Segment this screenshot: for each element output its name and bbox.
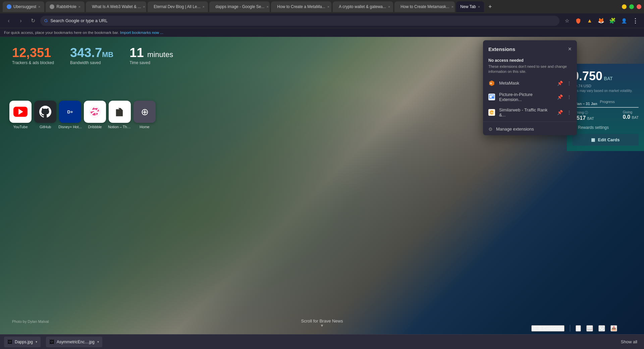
quick-icon-dribbble[interactable]: Dribbble: [84, 101, 106, 129]
edit-cards-label: Edit Cards: [598, 137, 620, 142]
home-label: Home: [140, 125, 149, 129]
bookmark-button[interactable]: ☆: [562, 16, 572, 26]
github-icon: [34, 101, 56, 123]
close-button[interactable]: [637, 4, 641, 9]
brave-shield-button[interactable]: [574, 16, 583, 26]
tab-ubersuggest[interactable]: Ubersuggest ×: [3, 1, 44, 12]
show-all-button[interactable]: Show all: [618, 338, 640, 346]
extensions-separator: [483, 121, 577, 122]
tab-label-dapps: dapps image - Google Se...: [215, 4, 264, 9]
tab-close-ubersuggest[interactable]: ×: [38, 5, 40, 9]
tab-close-metamask1[interactable]: ×: [327, 5, 329, 9]
download-item-dapps[interactable]: 🖼 Dapps.jpg ▾: [4, 337, 41, 347]
trackers-count: 12,351: [12, 46, 54, 59]
tab-rabbithole[interactable]: RabbitHole ×: [46, 1, 85, 12]
menu-button[interactable]: ⋮: [631, 16, 640, 26]
tab-dapps[interactable]: dapps image - Google Se... ×: [209, 1, 270, 12]
tab-close-newtab[interactable]: ×: [478, 5, 480, 9]
address-bar[interactable]: G Search Google or type a URL: [40, 16, 559, 26]
fox-icon-button[interactable]: 🦊: [596, 16, 606, 26]
settings-icon: ⚙: [576, 326, 580, 331]
bookmarks-button[interactable]: 📖: [586, 325, 593, 332]
tab-close-metamask2[interactable]: ×: [451, 5, 453, 9]
reload-button[interactable]: ↻: [28, 16, 38, 26]
disney-label: Disney+ Hot...: [58, 125, 82, 129]
extensions-close-button[interactable]: ×: [568, 46, 572, 53]
settings-button[interactable]: ⚙: [576, 325, 581, 332]
toolbar-divider: [570, 325, 570, 332]
rewards-giving-col: Giving 0.0 BAT: [623, 110, 639, 121]
tab-close-rabbithole[interactable]: ×: [78, 5, 80, 9]
tab-close-eternaldev[interactable]: ×: [203, 5, 205, 9]
rewards-settings-label: Rewards settings: [578, 125, 609, 130]
asymmetric-chevron-icon[interactable]: ▾: [97, 340, 99, 344]
tab-web3wallet[interactable]: What Is A Web3 Wallet & ... ×: [86, 1, 146, 12]
tab-eternaldev[interactable]: Eternal Dev Blog | All Le... ×: [148, 1, 208, 12]
tab-label-metamask2: How to Create Metamask...: [400, 4, 449, 9]
address-text: Search Google or type a URL: [50, 18, 555, 23]
metamask-extension-name: MetaMask: [499, 81, 553, 86]
profile-button[interactable]: 👤: [619, 16, 629, 26]
rewards-earning-giving-row: Earning ⓘ 0.517 BAT Giving 0.0 BAT: [572, 110, 639, 121]
youtube-icon: [9, 101, 32, 123]
rewards-progress-fill: [572, 107, 639, 108]
quick-icon-disney[interactable]: D+ Disney+ Hot...: [59, 101, 81, 129]
rewards-giving-value: 0.0 BAT: [623, 114, 639, 120]
manage-extensions-item[interactable]: ⚙ Manage extensions: [483, 123, 577, 135]
tab-metamask1[interactable]: How to Create a MetaMa... ×: [271, 1, 331, 12]
forward-button[interactable]: ›: [16, 16, 25, 26]
edit-cards-button[interactable]: ▦ Edit Cards: [572, 134, 639, 146]
tab-label-metamask1: How to Create a MetaMa...: [277, 4, 325, 9]
tab-metamask2[interactable]: How to Create Metamask... ×: [394, 1, 455, 12]
customise-button[interactable]: ☰ ☰ Customise: [531, 325, 565, 332]
quick-icon-youtube[interactable]: YouTube: [9, 101, 32, 129]
tab-close-cryptowallet[interactable]: ×: [388, 5, 390, 9]
rewards-bat-label: BAT: [604, 76, 613, 81]
extensions-button[interactable]: 🧩: [608, 16, 617, 26]
metamask-menu-icon[interactable]: ⋮: [567, 81, 572, 86]
maximize-button[interactable]: [629, 4, 634, 9]
minimize-button[interactable]: [622, 4, 627, 9]
extension-item-similarweb[interactable]: SW Similarweb - Traffic Rank &... 📌 ⋮: [483, 105, 577, 120]
tab-cryptowallet[interactable]: A crypto wallet & gatewa... ×: [333, 1, 393, 12]
pip-extension-name: Picture-in-Picture Extension...: [499, 92, 553, 102]
quick-icon-notion[interactable]: N Notion – The...: [109, 101, 131, 129]
download-item-asymmetric[interactable]: 🖼 AsymmetricEnc....jpg ▾: [46, 337, 102, 347]
tab-close-web3wallet[interactable]: ×: [143, 5, 145, 9]
new-tab-button[interactable]: +: [485, 2, 495, 11]
tab-label-newtab: New Tab: [460, 4, 476, 9]
import-bookmarks-link[interactable]: Import bookmarks now ...: [120, 31, 163, 35]
quick-access: YouTube GitHub D+ Disney+ Hot...: [9, 101, 156, 129]
similarweb-menu-icon[interactable]: ⋮: [567, 110, 572, 115]
brave-news-scroll[interactable]: Scroll for Brave News ▼: [301, 318, 343, 328]
svg-text:SW: SW: [490, 111, 494, 114]
tab-close-dapps[interactable]: ×: [266, 5, 268, 9]
similarweb-pin-icon[interactable]: 📌: [557, 110, 563, 115]
tab-newtab[interactable]: New Tab ×: [456, 1, 484, 12]
extension-item-metamask[interactable]: M MetaMask 📌 ⋮: [483, 77, 577, 89]
tab-favicon-rabbithole: [50, 4, 54, 9]
youtube-label: YouTube: [13, 125, 28, 129]
similarweb-extension-name: Similarweb - Traffic Rank &...: [499, 107, 553, 117]
brave-news-text: Scroll for Brave News: [301, 318, 343, 323]
notion-icon: N: [109, 101, 131, 123]
extension-item-pip[interactable]: Picture-in-Picture Extension... 📌 ⋮: [483, 89, 577, 105]
toolbar-right: ☆ ▲ 🦊 🧩 👤 ⋮: [562, 16, 640, 26]
alert-button[interactable]: ▲: [585, 16, 594, 26]
tab-label-cryptowallet: A crypto wallet & gatewa...: [339, 4, 386, 9]
quick-icon-github[interactable]: GitHub: [34, 101, 56, 129]
history-icon: 🕐: [599, 326, 604, 331]
extensions-header: Extensions ×: [483, 40, 577, 55]
metamask-pin-icon[interactable]: 📌: [557, 81, 563, 86]
dapps-chevron-icon[interactable]: ▾: [36, 340, 37, 344]
history-button[interactable]: 🕐: [598, 325, 605, 332]
rewards-settings-link[interactable]: ⚙ Rewards settings: [572, 125, 639, 130]
back-button[interactable]: ‹: [4, 16, 13, 26]
pip-pin-icon[interactable]: 📌: [557, 94, 563, 100]
svg-text:N: N: [117, 110, 120, 115]
quick-icon-home[interactable]: ⊕ Home: [133, 101, 156, 129]
tab-bar: Ubersuggest × RabbitHole × What Is A Web…: [0, 0, 644, 13]
downloads-button[interactable]: 📥: [610, 325, 617, 332]
pip-menu-icon[interactable]: ⋮: [567, 94, 572, 100]
edit-cards-icon: ▦: [591, 137, 595, 142]
